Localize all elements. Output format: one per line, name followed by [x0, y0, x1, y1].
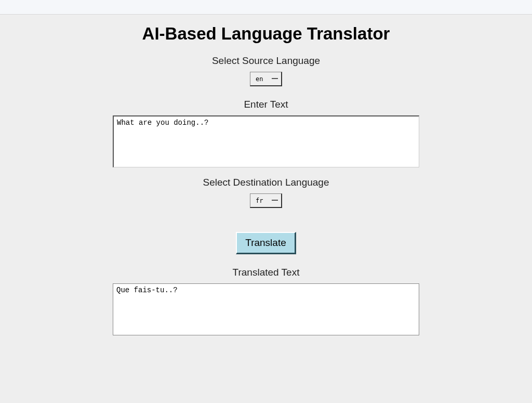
- translated-text-label: Translated Text: [0, 267, 532, 278]
- page-title: AI-Based Language Translator: [0, 24, 532, 44]
- translated-text-output: Que fais-tu..?: [113, 283, 419, 335]
- destination-language-dropdown[interactable]: fr: [250, 193, 282, 208]
- destination-language-value: fr: [256, 197, 263, 204]
- source-language-label: Select Source Language: [0, 55, 532, 67]
- main-content: AI-Based Language Translator Select Sour…: [0, 15, 532, 335]
- translate-button[interactable]: Translate: [236, 232, 296, 254]
- source-text-input[interactable]: [113, 115, 419, 167]
- browser-top-bar: [0, 0, 532, 15]
- enter-text-label: Enter Text: [0, 99, 532, 110]
- source-language-value: en: [256, 75, 263, 83]
- destination-language-label: Select Destination Language: [0, 177, 532, 188]
- dropdown-arrow-icon: [272, 79, 278, 79]
- source-language-dropdown[interactable]: en: [250, 72, 282, 86]
- dropdown-arrow-icon: [272, 200, 278, 201]
